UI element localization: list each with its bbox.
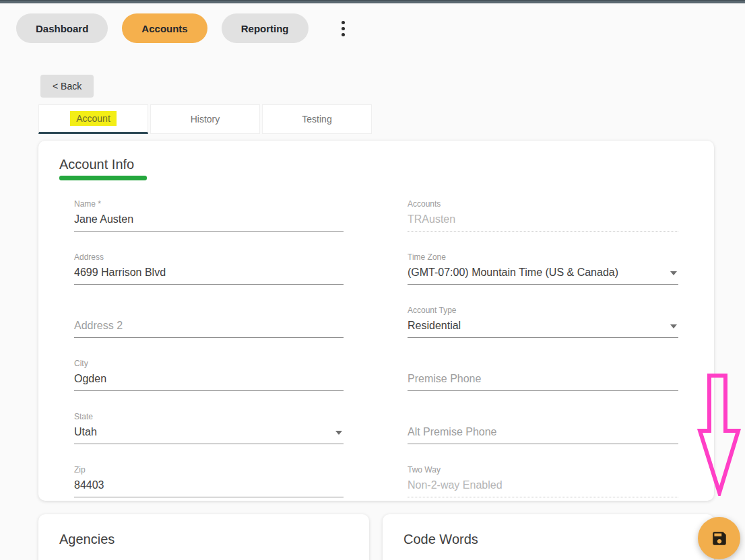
account-type-select[interactable]: [408, 318, 678, 333]
time-zone-select[interactable]: [408, 265, 678, 280]
field-premise-phone: [408, 359, 678, 391]
main-nav: Dashboard Accounts Reporting: [16, 13, 745, 43]
kebab-dot: [342, 21, 345, 24]
alt-premise-phone-label-spacer: [408, 412, 678, 422]
field-city: City: [74, 359, 344, 391]
account-type-label: Account Type: [408, 306, 678, 316]
back-row: < Back: [40, 75, 745, 98]
nav-dashboard-button[interactable]: Dashboard: [16, 13, 108, 43]
more-menu-kebab-icon[interactable]: [336, 17, 350, 40]
field-state: State: [74, 412, 344, 444]
bottom-sections: Agencies Code Words: [38, 514, 745, 560]
field-two-way: Two Way: [408, 465, 678, 497]
tab-account[interactable]: Account: [38, 104, 148, 134]
save-floppy-icon: [711, 530, 728, 547]
code-words-title: Code Words: [403, 532, 714, 547]
field-zip: Zip: [74, 465, 344, 497]
two-way-label: Two Way: [408, 465, 678, 475]
name-label: Name *: [74, 199, 344, 209]
tab-history-label: History: [191, 114, 220, 125]
field-address: Address: [74, 252, 344, 285]
save-button[interactable]: [698, 517, 740, 559]
city-input[interactable]: [74, 372, 344, 386]
field-time-zone: Time Zone: [408, 252, 678, 285]
nav-reporting-button[interactable]: Reporting: [222, 13, 309, 43]
back-button[interactable]: < Back: [40, 75, 94, 98]
kebab-dot: [342, 27, 345, 30]
tab-testing[interactable]: Testing: [262, 104, 372, 134]
agencies-title: Agencies: [59, 532, 369, 547]
accounts-label: Accounts: [408, 199, 678, 209]
nav-accounts-button[interactable]: Accounts: [122, 13, 207, 43]
state-select[interactable]: [74, 425, 344, 440]
time-zone-label: Time Zone: [408, 252, 678, 262]
address-input[interactable]: [74, 265, 344, 280]
alt-premise-phone-input[interactable]: [408, 425, 678, 440]
window-top-bar: [0, 0, 745, 3]
field-name: Name *: [74, 199, 344, 232]
zip-label: Zip: [74, 465, 344, 475]
premise-phone-input[interactable]: [408, 372, 678, 386]
account-info-form: Name * Accounts Address Time Zone: [74, 199, 694, 497]
tab-testing-label: Testing: [302, 114, 331, 125]
detail-tabs: Account History Testing: [38, 104, 745, 134]
two-way-input: [408, 478, 678, 493]
accounts-input: [408, 212, 678, 227]
name-input[interactable]: [74, 212, 344, 227]
premise-phone-label-spacer: [408, 359, 678, 369]
account-info-card: Account Info Name * Accounts Address Tim…: [38, 141, 714, 501]
zip-input[interactable]: [74, 478, 344, 493]
kebab-dot: [342, 33, 345, 36]
city-label: City: [74, 359, 344, 369]
field-alt-premise-phone: [408, 412, 678, 444]
field-account-type: Account Type: [408, 306, 678, 338]
green-marker-underline-annotation: [59, 176, 147, 180]
code-words-card: Code Words: [383, 514, 714, 560]
address2-label-spacer: [74, 306, 344, 316]
tab-history[interactable]: History: [150, 104, 260, 134]
tab-account-label-highlight-annotation: Account: [70, 111, 117, 126]
account-info-title: Account Info: [59, 157, 694, 172]
address2-input[interactable]: [74, 318, 344, 333]
field-accounts: Accounts: [408, 199, 678, 232]
field-address2: [74, 306, 344, 338]
state-label: State: [74, 412, 344, 422]
agencies-card: Agencies: [38, 514, 369, 560]
address-label: Address: [74, 252, 344, 262]
